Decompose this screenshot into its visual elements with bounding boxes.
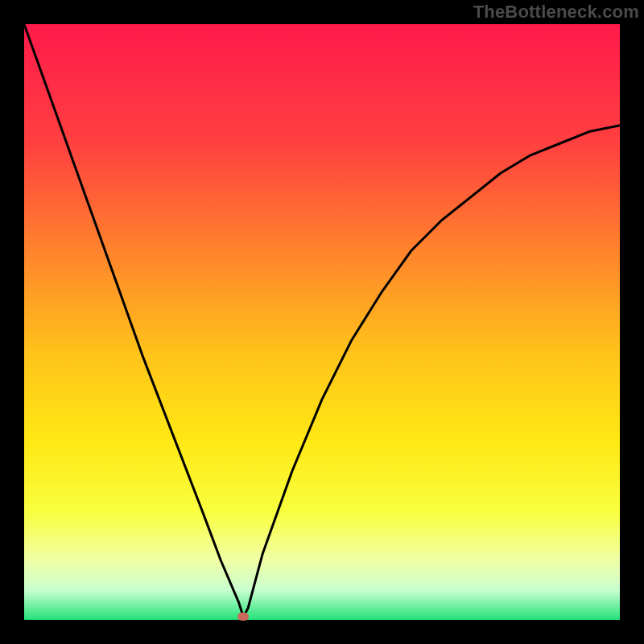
chart-svg (24, 24, 620, 620)
plot-area (24, 24, 620, 620)
chart-frame: TheBottleneck.com (0, 0, 644, 644)
watermark-text: TheBottleneck.com (473, 2, 639, 23)
optimal-point-marker (237, 613, 249, 621)
gradient-background (24, 24, 620, 620)
